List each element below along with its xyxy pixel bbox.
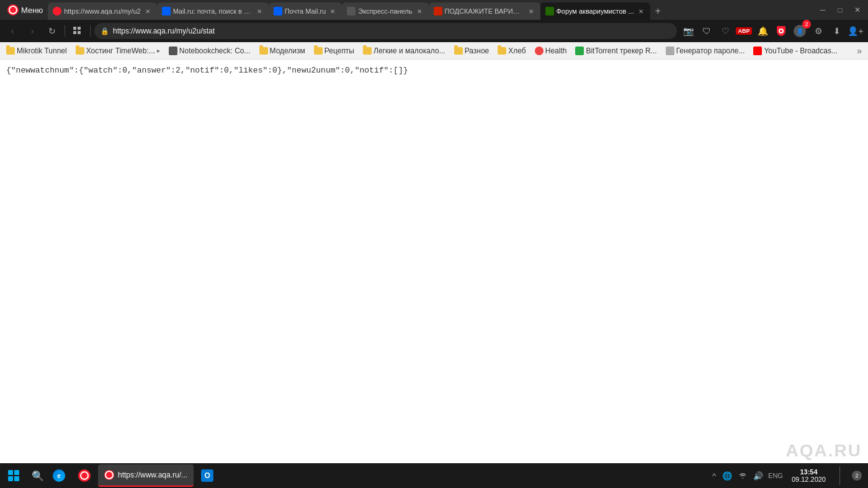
bookmark-bittorrent[interactable]: BitTorrent трекер R... (571, 45, 660, 56)
tab-favicon-5 (434, 7, 442, 16)
menu-button[interactable]: Меню (2, 0, 48, 20)
abp-button[interactable]: ABP (735, 22, 753, 40)
bookmark-mikrotik[interactable]: Mikrotik Tunnel (2, 45, 71, 56)
tab-close-3[interactable]: ✕ (328, 7, 337, 16)
bookmarks-more-button[interactable]: » (853, 45, 866, 57)
bookmark-label: Рецепты (324, 47, 354, 55)
titlebar: Меню https://www.aqa.ru/my/u2 ✕ Mail.ru:… (0, 0, 868, 20)
notification-area: ^ 🌐 🔊 ENG (709, 469, 785, 482)
camera-button[interactable]: 📷 (679, 22, 697, 40)
extensions-button[interactable]: ⚙ (810, 22, 827, 40)
network-icon[interactable]: 🌐 (721, 470, 733, 482)
tab-3[interactable]: Почта Mail.ru ✕ (269, 2, 342, 20)
svg-rect-3 (78, 31, 81, 34)
close-button[interactable]: ✕ (849, 2, 866, 18)
watermark: AQA.RU (786, 441, 862, 461)
taskbar-app-opera[interactable] (72, 464, 97, 487)
bookmark-modelizm[interactable]: Моделизм (256, 45, 309, 56)
notif-badge: 2 (852, 471, 862, 481)
user-avatar-button[interactable]: 👤 2 (791, 22, 808, 40)
bookmark-generator[interactable]: Генератор пароле... (662, 45, 749, 56)
tab-title-2: Mail.ru: почта, поиск в ин... (173, 7, 253, 15)
start-button[interactable] (0, 463, 27, 488)
notifications-count[interactable]: 2 (851, 463, 863, 488)
bookmark-raznoe[interactable]: Разное (450, 45, 493, 56)
navbar: ‹ › ↻ 🔒 https://www.aqa.ru/my/u2u/stat 📷… (0, 20, 868, 42)
bookmark-label: Легкие и малокало... (374, 47, 445, 55)
tab-title-4: Экспресс-панель (358, 7, 412, 15)
bookmark-heart-button[interactable]: ♡ (717, 22, 734, 40)
opera-shield-button[interactable] (772, 22, 790, 40)
svg-rect-2 (73, 31, 76, 34)
bookmark-notebookcheck[interactable]: Notebookcheck: Co... (165, 45, 254, 56)
tab-title-1: https://www.aqa.ru/my/u2 (64, 7, 141, 15)
folder-icon (314, 47, 323, 55)
forward-button[interactable]: › (24, 22, 41, 40)
bookmark-hosting[interactable]: Хостинг TimeWeb:... ▸ (72, 45, 164, 56)
show-desktop-button[interactable] (832, 463, 849, 488)
tab-close-2[interactable]: ✕ (255, 7, 264, 16)
folder-icon (363, 47, 372, 55)
page-content: {"newwatchnum":{"watch":0,"answer":2,"no… (0, 60, 868, 82)
tab-title-5: ПОДСКАЖИТЕ ВАРИЕТЕ... (445, 7, 524, 15)
bookmark-label: Хостинг TimeWeb:... (86, 47, 155, 55)
svg-rect-0 (73, 27, 76, 30)
taskbar-clock[interactable]: 13:54 09.12.2020 (787, 468, 831, 483)
refresh-button[interactable]: ↻ (43, 22, 61, 40)
shield-button[interactable]: 🛡 (698, 22, 715, 40)
search-icon: 🔍 (32, 470, 44, 482)
new-tab-button[interactable]: + (650, 2, 666, 20)
bookmark-recepty[interactable]: Рецепты (310, 45, 358, 56)
tab-favicon-6 (545, 7, 554, 16)
opera-icon (7, 4, 19, 16)
tab-6[interactable]: Форум аквариумистов ... ✕ (540, 2, 650, 20)
apps-button[interactable] (69, 22, 86, 40)
notifications-button[interactable]: 🔔 (754, 22, 771, 40)
bookmark-health[interactable]: Health (531, 45, 571, 56)
tabs-container: https://www.aqa.ru/my/u2 ✕ Mail.ru: почт… (48, 0, 815, 20)
back-button[interactable]: ‹ (4, 22, 21, 40)
tab-close-4[interactable]: ✕ (415, 7, 424, 16)
chevron-up-icon[interactable]: ^ (711, 470, 717, 482)
bookmark-youtube[interactable]: YouTube - Broadcas... (749, 45, 841, 56)
bookmark-label: YouTube - Broadcas... (764, 47, 838, 55)
user-badge: 2 (802, 20, 811, 29)
bookmark-label: Генератор пароле... (676, 47, 745, 55)
add-person-button[interactable]: 👤+ (847, 22, 864, 40)
tab-4[interactable]: Экспресс-панель ✕ (342, 2, 428, 20)
tab-favicon-2 (162, 7, 171, 16)
tab-close-1[interactable]: ✕ (143, 7, 152, 16)
tab-close-5[interactable]: ✕ (527, 7, 535, 16)
volume-icon[interactable]: 🔊 (752, 470, 764, 482)
taskbar-search-button[interactable]: 🔍 (27, 463, 48, 488)
tab-favicon-1 (53, 7, 61, 16)
taskbar-app-label: https://www.aqa.ru/... (118, 471, 187, 479)
taskbar-edge-button[interactable]: e (48, 463, 69, 488)
systray: ^ 🌐 🔊 ENG 13:54 09.12.2020 2 (704, 463, 868, 488)
download-button[interactable]: ⬇ (828, 22, 846, 40)
tab-1[interactable]: https://www.aqa.ru/my/u2 ✕ (48, 2, 157, 20)
taskbar-app-outlook[interactable]: O (195, 464, 220, 487)
chevron-down-icon: ▸ (157, 47, 160, 54)
tab-5[interactable]: ПОДСКАЖИТЕ ВАРИЕТЕ... ✕ (429, 2, 540, 20)
folder-icon (76, 47, 84, 55)
minimize-button[interactable]: ─ (815, 2, 831, 18)
address-text: https://www.aqa.ru/my/u2u/stat (113, 27, 671, 35)
bookmark-legkie[interactable]: Легкие и малокало... (359, 45, 449, 56)
tab-favicon-3 (274, 7, 282, 16)
youtube-favicon (753, 47, 762, 55)
taskbar-apps: https://www.aqa.ru/... O (69, 464, 704, 487)
tab-favicon-4 (347, 7, 356, 16)
clock-date: 09.12.2020 (792, 476, 826, 483)
bookmark-hleb[interactable]: Хлеб (494, 45, 529, 56)
language-label[interactable]: ENG (768, 472, 783, 479)
window-controls: ─ □ ✕ (815, 2, 866, 18)
address-bar[interactable]: 🔒 https://www.aqa.ru/my/u2u/stat (94, 23, 677, 39)
taskbar-app-aqa[interactable]: https://www.aqa.ru/... (98, 464, 194, 487)
maximize-button[interactable]: □ (832, 2, 848, 18)
tab-close-6[interactable]: ✕ (637, 7, 645, 16)
tab-2[interactable]: Mail.ru: почта, поиск в ин... ✕ (157, 2, 269, 20)
bookmark-label: Health (545, 47, 567, 55)
wifi-icon[interactable] (737, 469, 748, 482)
folder-icon (259, 47, 268, 55)
